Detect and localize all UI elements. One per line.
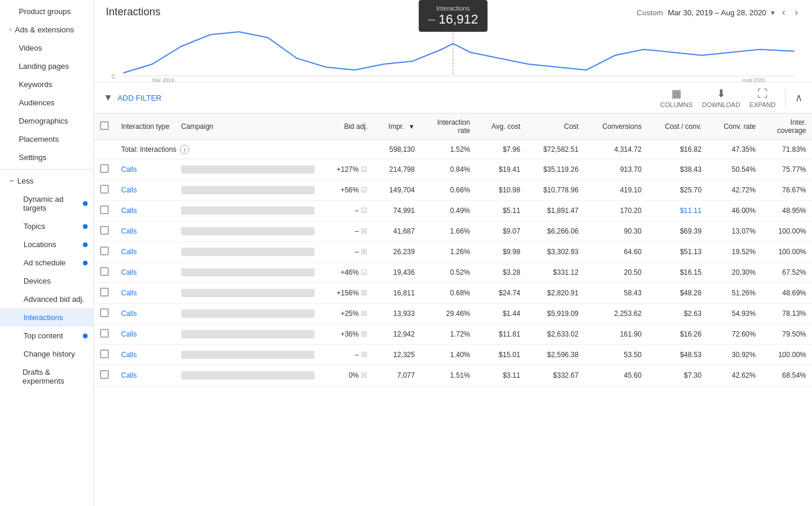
interaction-type-link[interactable]: Calls: [121, 227, 137, 235]
sidebar-item-ad-schedule[interactable]: Ad schedule: [0, 254, 93, 272]
row-type[interactable]: Calls: [115, 221, 175, 242]
interaction-type-link[interactable]: Calls: [121, 248, 137, 256]
sidebar-item-dynamic-ad-targets[interactable]: Dynamic ad targets: [0, 190, 93, 217]
date-dropdown-icon[interactable]: ▾: [771, 8, 775, 17]
sidebar-item-interactions[interactable]: Interactions: [0, 308, 93, 327]
sidebar-item-placements[interactable]: Placements: [0, 130, 93, 148]
header-conversions[interactable]: Conversions: [584, 114, 647, 140]
total-label-cell: Total: Interactions i: [115, 140, 320, 159]
sidebar-item-less[interactable]: −Less: [0, 172, 93, 190]
collapse-button[interactable]: ∧: [795, 91, 803, 104]
row-bid-adj: +127% ☑: [320, 159, 373, 180]
interaction-type-link[interactable]: Calls: [121, 371, 137, 380]
sidebar-item-landing-pages[interactable]: Landing pages: [0, 57, 93, 75]
row-checkbox[interactable]: [100, 370, 109, 379]
row-bid-adj: – ☒: [320, 221, 373, 242]
download-button[interactable]: ⬇ DOWNLOAD: [702, 87, 740, 108]
row-checkbox[interactable]: [100, 308, 109, 317]
date-prev-btn[interactable]: ‹: [780, 6, 787, 19]
row-checkbox[interactable]: [100, 329, 109, 338]
sidebar-item-change-history[interactable]: Change history: [0, 345, 93, 363]
interaction-type-link[interactable]: Calls: [121, 289, 137, 297]
row-checkbox[interactable]: [100, 164, 109, 173]
row-type[interactable]: Calls: [115, 201, 175, 221]
sidebar-item-keywords[interactable]: Keywords: [0, 75, 93, 94]
sidebar-item-top-content[interactable]: Top content: [0, 327, 93, 345]
header-impr[interactable]: Impr. ▼: [373, 114, 420, 140]
total-impr: 598,130: [373, 140, 420, 159]
row-checkbox[interactable]: [100, 205, 109, 214]
row-type[interactable]: Calls: [115, 159, 175, 180]
columns-button[interactable]: ▦ COLUMNS: [660, 87, 693, 108]
row-checkbox[interactable]: [100, 267, 109, 276]
row-checkbox[interactable]: [100, 288, 109, 297]
row-checkbox-cell[interactable]: [94, 304, 115, 324]
sidebar-item-topics[interactable]: Topics: [0, 217, 93, 235]
row-checkbox-cell[interactable]: [94, 345, 115, 365]
row-checkbox[interactable]: [100, 226, 109, 235]
sidebar-item-videos[interactable]: Videos: [0, 39, 93, 57]
row-conversions: 419.10: [584, 180, 647, 201]
total-info-icon[interactable]: i: [180, 145, 189, 154]
interaction-type-link[interactable]: Calls: [121, 165, 137, 174]
row-type[interactable]: Calls: [115, 365, 175, 386]
header-cost-per-conv[interactable]: Cost / conv.: [647, 114, 707, 140]
sidebar-item-label: Placements: [19, 135, 59, 144]
bid-adj-value: +46%: [340, 268, 359, 277]
row-checkbox-cell[interactable]: [94, 242, 115, 262]
header-interaction-rate[interactable]: Interactionrate: [420, 114, 476, 140]
sidebar-item-demographics[interactable]: Demographics: [0, 112, 93, 130]
row-checkbox-cell[interactable]: [94, 159, 115, 180]
row-checkbox-cell[interactable]: [94, 262, 115, 283]
header-checkbox[interactable]: [94, 114, 115, 140]
sidebar-item-ads--extensions[interactable]: ›Ads & extensions: [0, 21, 93, 39]
interaction-type-link[interactable]: Calls: [121, 309, 137, 318]
interaction-type-link[interactable]: Calls: [121, 207, 137, 215]
sidebar-item-devices[interactable]: Devices: [0, 272, 93, 290]
header-interaction-type[interactable]: Interaction type: [115, 114, 175, 140]
row-type[interactable]: Calls: [115, 180, 175, 201]
header-inter-coverage[interactable]: Inter.coverage: [761, 114, 812, 140]
row-checkbox-cell[interactable]: [94, 180, 115, 201]
date-range-value: Mar 30, 2019 – Aug 28, 2020: [668, 8, 767, 17]
row-checkbox-cell[interactable]: [94, 365, 115, 386]
expand-button[interactable]: ⛶ EXPAND: [750, 88, 776, 108]
header-campaign[interactable]: Campaign: [175, 114, 320, 140]
interaction-type-link[interactable]: Calls: [121, 351, 137, 359]
row-checkbox-cell[interactable]: [94, 201, 115, 221]
row-checkbox[interactable]: [100, 247, 109, 255]
header-cost[interactable]: Cost: [526, 114, 584, 140]
row-interaction-rate: 0.66%: [420, 180, 476, 201]
row-checkbox[interactable]: [100, 185, 109, 194]
interaction-type-link[interactable]: Calls: [121, 186, 137, 194]
sidebar-item-drafts--experiments[interactable]: Drafts & experiments: [0, 363, 93, 390]
sidebar-item-locations[interactable]: Locations: [0, 235, 93, 254]
header-avg-cost[interactable]: Avg. cost: [476, 114, 526, 140]
row-type[interactable]: Calls: [115, 242, 175, 262]
sidebar-item-product-groups[interactable]: Product groups: [0, 2, 93, 21]
sidebar-item-label: Demographics: [19, 116, 68, 125]
row-checkbox-cell[interactable]: [94, 221, 115, 242]
row-type[interactable]: Calls: [115, 262, 175, 283]
row-type[interactable]: Calls: [115, 324, 175, 345]
row-type[interactable]: Calls: [115, 345, 175, 365]
sidebar-item-audiences[interactable]: Audiences: [0, 94, 93, 112]
row-conversions: 58.43: [584, 283, 647, 304]
interaction-type-link[interactable]: Calls: [121, 268, 137, 277]
row-checkbox-cell[interactable]: [94, 283, 115, 304]
header-checkbox-input[interactable]: [100, 121, 109, 130]
date-next-btn[interactable]: ›: [793, 6, 800, 19]
interaction-type-link[interactable]: Calls: [121, 330, 137, 338]
row-type[interactable]: Calls: [115, 304, 175, 324]
header-bid-adj[interactable]: Bid adj.: [320, 114, 373, 140]
header-conv-rate[interactable]: Conv. rate: [707, 114, 761, 140]
row-checkbox[interactable]: [100, 349, 109, 358]
row-type[interactable]: Calls: [115, 283, 175, 304]
row-avg-cost: $24.74: [476, 283, 526, 304]
campaign-name-blurred: [181, 289, 315, 297]
add-filter-button[interactable]: ADD FILTER: [118, 94, 162, 102]
row-inter-coverage: 48.95%: [761, 201, 812, 221]
sidebar-item-settings[interactable]: Settings: [0, 148, 93, 167]
sidebar-item-advanced-bid-adj[interactable]: Advanced bid adj.: [0, 290, 93, 308]
row-checkbox-cell[interactable]: [94, 324, 115, 345]
